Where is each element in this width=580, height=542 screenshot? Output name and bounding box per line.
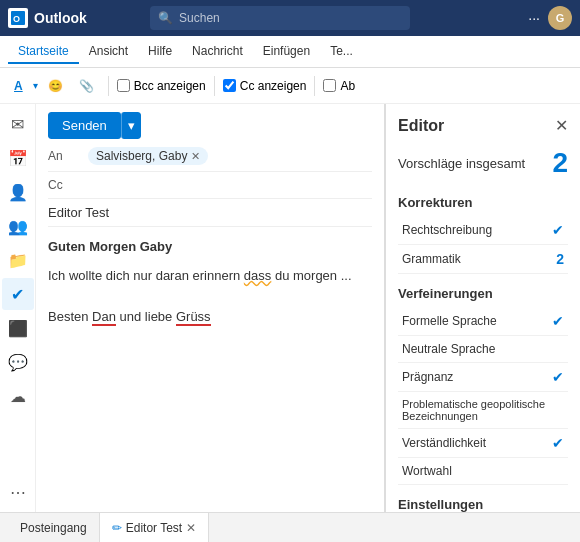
grammatik-item[interactable]: Grammatik 2 [398,245,568,274]
top-bar: O Outlook 🔍 ··· G [0,0,580,36]
toolbar: A ▾ 😊 📎 Bcc anzeigen Cc anzeigen Ab [0,68,580,104]
geopolitisch-label: Problematische geopolitische Bezeichnung… [402,398,564,422]
ribbon: Startseite Ansicht Hilfe Nachricht Einfü… [0,36,580,68]
email-body-line2: Besten Dan und liebe Grüss [48,307,372,328]
rechtschreibung-check-icon: ✔ [552,222,564,238]
bcc-checkbox[interactable] [117,79,130,92]
tab-te[interactable]: Te... [320,40,363,64]
sidebar-icon-groups[interactable]: 👥 [2,210,34,242]
to-label: An [48,149,88,163]
search-icon: 🔍 [158,11,173,25]
formelle-sprache-label: Formelle Sprache [402,314,497,328]
grammatik-label: Grammatik [402,252,461,266]
total-suggestions-count: 2 [552,147,568,179]
status-bar: Posteingang ✏ Editor Test ✕ [0,512,580,542]
app-logo: O Outlook [8,8,87,28]
sidebar-icon-calendar[interactable]: 📅 [2,142,34,174]
verstaendlichkeit-item[interactable]: Verständlichkeit ✔ [398,429,568,458]
left-sidebar: ✉ 📅 👤 👥 📁 ✔ ⬛ 💬 ☁ ⋯ [0,104,36,512]
svg-text:O: O [13,14,20,24]
bcc-checkbox-label: Bcc anzeigen [117,79,206,93]
attach-btn[interactable]: 📎 [73,76,100,96]
sidebar-icon-apps[interactable]: ⬛ [2,312,34,344]
send-button-group: Senden ▾ [48,112,141,139]
formelle-sprache-check-icon: ✔ [552,313,564,329]
recipient-chip-gaby[interactable]: Salvisberg, Gaby ✕ [88,147,208,165]
highlighted-dass: dass [244,268,271,283]
sidebar-icon-check[interactable]: ✔ [2,278,34,310]
rechtschreibung-item[interactable]: Rechtschreibung ✔ [398,216,568,245]
close-editor-test-icon[interactable]: ✕ [186,521,196,535]
verstaendlichkeit-check-icon: ✔ [552,435,564,451]
posteingang-tab[interactable]: Posteingang [8,513,100,542]
app-name: Outlook [34,10,87,26]
search-input[interactable] [179,11,402,25]
highlighted-gruess: Grüss [176,309,211,326]
geopolitisch-item[interactable]: Problematische geopolitische Bezeichnung… [398,392,568,429]
cc-row: Cc [48,178,372,199]
ab-checkbox[interactable] [323,79,336,92]
sidebar-icon-cloud[interactable]: ☁ [2,380,34,412]
tab-einfuegen[interactable]: Einfügen [253,40,320,64]
cc-label: Cc [48,178,88,192]
editor-test-tab[interactable]: ✏ Editor Test ✕ [100,513,209,542]
wortwahl-item[interactable]: Wortwahl [398,458,568,485]
posteingang-label: Posteingang [20,521,87,535]
remove-recipient-icon[interactable]: ✕ [191,150,200,163]
korrekturen-section-title: Korrekturen [398,195,568,210]
praegnanz-label: Prägnanz [402,370,453,384]
cc-checkbox[interactable] [223,79,236,92]
to-row: An Salvisberg, Gaby ✕ [48,147,372,172]
email-body[interactable]: Guten Morgen Gaby Ich wollte dich nur da… [48,237,372,328]
send-button[interactable]: Senden [48,112,121,139]
editor-panel-header: Editor ✕ [398,116,568,135]
neutrale-sprache-item[interactable]: Neutrale Sprache [398,336,568,363]
total-suggestions-label: Vorschläge insgesamt [398,156,525,171]
format-btn-a[interactable]: A [8,76,29,96]
search-bar[interactable]: 🔍 [150,6,410,30]
praegnanz-item[interactable]: Prägnanz ✔ [398,363,568,392]
format-dropdown[interactable]: ▾ [33,80,38,91]
toolbar-divider-2 [214,76,215,96]
subject-row: Editor Test [48,205,372,227]
sidebar-icon-teams[interactable]: 💬 [2,346,34,378]
verstaendlichkeit-label: Verständlichkeit [402,436,486,450]
sidebar-icon-files[interactable]: 📁 [2,244,34,276]
cc-checkbox-label: Cc anzeigen [223,79,307,93]
email-compose-area: Senden ▾ An Salvisberg, Gaby ✕ Cc Editor… [36,104,385,512]
tab-hilfe[interactable]: Hilfe [138,40,182,64]
main-layout: ✉ 📅 👤 👥 📁 ✔ ⬛ 💬 ☁ ⋯ Senden ▾ An Salvisbe… [0,104,580,512]
tab-ansicht[interactable]: Ansicht [79,40,138,64]
send-dropdown-button[interactable]: ▾ [121,112,141,139]
editor-panel: Editor ✕ Vorschläge insgesamt 2 Korrektu… [385,104,580,512]
email-body-line1: Ich wollte dich nur daran erinnern dass … [48,266,372,287]
praegnanz-check-icon: ✔ [552,369,564,385]
rechtschreibung-label: Rechtschreibung [402,223,492,237]
toolbar-divider-1 [108,76,109,96]
einstellungen-section-title: Einstellungen [398,497,568,512]
sidebar-icon-more[interactable]: ⋯ [2,476,34,508]
grammatik-count: 2 [556,251,564,267]
sidebar-icon-contacts[interactable]: 👤 [2,176,34,208]
editor-panel-close-button[interactable]: ✕ [555,116,568,135]
recipient-name: Salvisberg, Gaby [96,149,187,163]
edit-icon: ✏ [112,521,122,535]
formelle-sprache-item[interactable]: Formelle Sprache ✔ [398,307,568,336]
send-row: Senden ▾ [48,112,372,139]
outlook-logo-icon: O [8,8,28,28]
highlighted-dan: Dan [92,309,116,326]
editor-test-label: Editor Test [126,521,182,535]
verfeinerungen-section-title: Verfeinerungen [398,286,568,301]
email-greeting: Guten Morgen Gaby [48,237,372,258]
more-actions-icon[interactable]: ··· [528,10,540,26]
emoji-btn[interactable]: 😊 [42,76,69,96]
toolbar-divider-3 [314,76,315,96]
avatar: G [548,6,572,30]
total-suggestions-row: Vorschläge insgesamt 2 [398,147,568,179]
editor-panel-title: Editor [398,117,444,135]
sidebar-icon-mail[interactable]: ✉ [2,108,34,140]
top-bar-actions: ··· G [528,6,572,30]
tab-nachricht[interactable]: Nachricht [182,40,253,64]
tab-startseite[interactable]: Startseite [8,40,79,64]
neutrale-sprache-label: Neutrale Sprache [402,342,495,356]
